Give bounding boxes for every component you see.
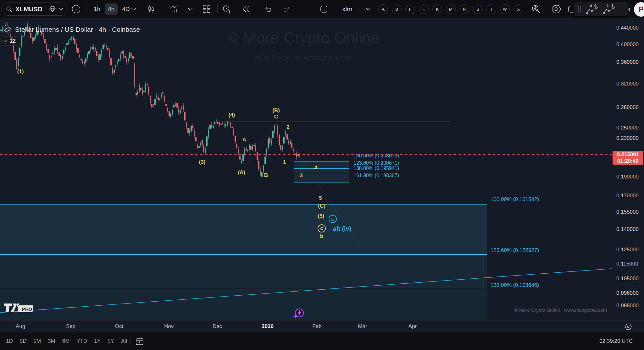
wave-label-A-4[interactable]: (A) [238,169,245,176]
indicators-button[interactable] [170,0,179,18]
price-tick-0.360000: 0.360000 [616,59,639,65]
indicators-icon [170,5,179,13]
quick-symbol-dropdown[interactable] [366,0,370,18]
chevron-down-icon [3,40,8,42]
indicators-dropdown[interactable] [188,0,192,18]
letter-button-x-10[interactable]: X [514,4,523,14]
chart-legend[interactable]: Stellar Lumens / US Dollar · 4h · Coinba… [3,25,140,34]
bar-replay-button[interactable] [242,0,250,18]
fib-pullback-line-1[interactable] [294,168,349,169]
range-button-5d[interactable]: 5D [17,336,29,346]
elliott-tools-floating-panel[interactable]: AC 15 [574,2,628,16]
elliott-abc-wave-icon[interactable]: AC [585,4,599,14]
wave-label-C-13[interactable]: (C) [318,203,325,209]
range-button-1y[interactable]: 1Y [92,336,103,346]
price-tick-0.125000: 0.125000 [616,247,639,253]
watchlist-checkbox[interactable] [320,0,328,18]
legend-title[interactable]: Stellar Lumens / US Dollar · 4h · Coinba… [15,26,140,33]
range-button-all[interactable]: All [119,336,130,346]
range-button-ytd[interactable]: YTD [74,336,90,346]
range-button-6m[interactable]: 6M [60,336,72,346]
letter-button-w-9[interactable]: W [500,4,510,14]
goto-date-button[interactable] [135,337,144,347]
drag-handle-icon[interactable] [577,6,582,13]
interval-button-1h[interactable]: 1h [91,3,103,15]
object-hexagon-button[interactable] [551,0,562,18]
elliott-12345-wave-icon[interactable]: 15 [602,4,616,14]
fib-target-label-2: 138.00% (0.103646) [491,282,539,288]
quick-symbol[interactable]: xlm [342,0,353,18]
wave-label-A-3[interactable]: A [242,137,246,143]
letter-button-f-2[interactable]: F [405,4,415,14]
symbol-name[interactable]: XLMUSD [15,6,42,13]
utc-clock[interactable]: 02:39:20 UTC [599,338,633,344]
wave-label-b-18[interactable]: b [320,233,323,239]
wave-label-3-1[interactable]: (3) [199,159,206,165]
wave-label-C-7[interactable]: C [274,114,278,120]
fib-pullback-label-0: 100.00% (0.208672) [353,153,399,159]
resistance-line[interactable] [224,122,450,122]
range-button-5y[interactable]: 5Y [105,336,117,346]
letter-button-a-0[interactable]: A [378,4,388,14]
interval-dropdown[interactable] [131,0,136,18]
wave-label-B-5[interactable]: B [264,172,268,178]
grid-layout-icon [203,5,211,13]
fib-target-line-2[interactable] [0,289,487,289]
wave-label-1-0[interactable]: (1) [17,68,24,75]
chart-style-button[interactable] [147,0,155,18]
pill-divider [46,6,46,13]
wave-label-C-16[interactable]: C [318,224,326,232]
lightning-magnifier-icon [531,4,541,14]
interval-button-4h[interactable]: 4h [105,3,118,15]
wave-label-B-6[interactable]: (B) [272,107,280,114]
price-tick-0.155000: 0.155000 [616,209,639,215]
range-button-1d[interactable]: 1D [3,336,15,346]
letter-button-s-7[interactable]: S [473,4,483,14]
redo-icon [282,5,291,13]
fib-target-line-1[interactable] [0,254,487,255]
wave-label-5-12[interactable]: 5 [319,195,322,201]
wave-label-E-15[interactable]: E [329,215,337,223]
interval-button-4D[interactable]: 4D [119,3,133,15]
undo-button[interactable] [264,0,272,18]
time-axis[interactable]: AugSepOctNovDec2026FebMarApr [0,320,644,333]
axis-settings-corner[interactable] [612,320,644,333]
candlestick-plot[interactable] [0,0,612,320]
letter-button-k-4[interactable]: K [432,4,442,14]
time-tick-2026: 2026 [262,323,274,330]
fib-pullback-label-1: 123.60% (0.200671) [353,160,399,166]
wave-label-altiv-17[interactable]: alt (iv) [333,225,352,232]
gem-compare-icon[interactable] [49,6,56,12]
object-tree-toggle[interactable]: 12 [1,36,19,46]
tradingview-pro-logo[interactable]: PRO [1,302,38,315]
time-tick-Mar: Mar [358,323,367,330]
chevron-down-icon[interactable] [59,8,63,10]
letter-button-t-8[interactable]: T [486,4,496,14]
symbol-search-pill[interactable]: XLMUSD [1,3,68,16]
market-buzz-button[interactable] [292,307,305,321]
wave-label-4-2[interactable]: (4) [229,112,235,118]
letter-button-b-1[interactable]: B [392,4,402,14]
fib-pullback-line-0[interactable] [294,161,349,162]
user-avatar[interactable]: P [634,2,644,17]
letter-button-n-6[interactable]: N [459,4,469,14]
wave-label-4-10[interactable]: 4 [314,165,317,171]
fib-pullback-line-3[interactable] [294,183,349,183]
letter-button-f-3[interactable]: F [419,4,429,14]
range-button-1m[interactable]: 1M [31,336,43,346]
wave-label-3-11[interactable]: 3 [300,172,303,179]
price-tick-0.140000: 0.140000 [616,226,639,232]
redo-button[interactable] [282,0,291,18]
add-symbol-button[interactable] [71,0,81,18]
fib-target-line-0[interactable] [0,204,487,205]
create-alert-button[interactable] [222,0,231,18]
letter-button-m-5[interactable]: M [446,4,456,14]
wave-label-5-14[interactable]: (5) [318,213,325,219]
range-button-3m[interactable]: 3M [45,336,58,346]
wave-label-2-8[interactable]: 2 [286,124,289,130]
price-axis[interactable]: 0.4400000.4000000.3600000.3200000.280000… [612,18,644,320]
time-tick-Feb: Feb [312,323,321,330]
wave-label-1-9[interactable]: 1 [283,159,286,166]
flash-scan-button[interactable] [531,0,541,18]
layout-templates-button[interactable] [203,0,211,18]
